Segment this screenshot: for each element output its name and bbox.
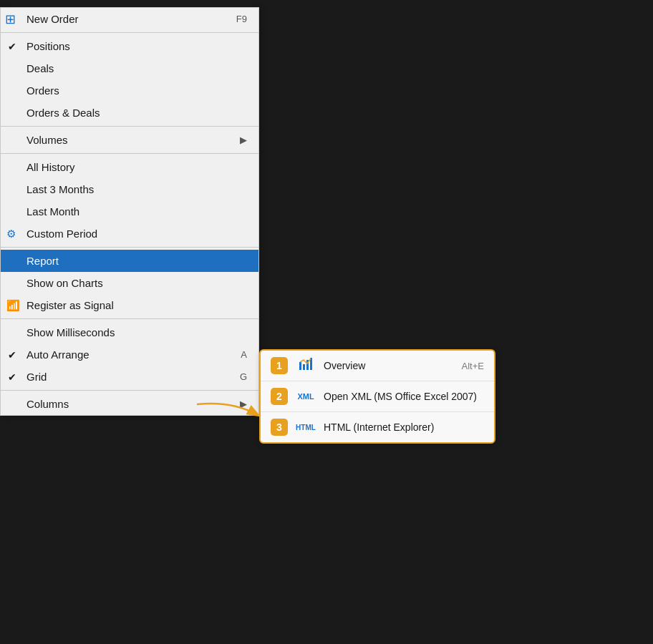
check-grid: ✔ [8, 371, 16, 383]
menu-item-columns[interactable]: Columns ▶ [1, 393, 258, 415]
xml-icon: XML [295, 392, 316, 401]
menu-shortcut-auto-arrange: A [241, 349, 247, 360]
menu-shortcut-new-order: F9 [236, 14, 247, 24]
check-positions: ✔ [8, 41, 16, 52]
menu-label-report: Report [26, 255, 59, 267]
menu-item-show-on-charts[interactable]: Show on Charts [1, 272, 258, 294]
menu-label-new-order: New Order [26, 13, 79, 25]
menu-item-auto-arrange[interactable]: ✔ Auto Arrange A [1, 343, 258, 366]
menu-item-new-order[interactable]: ⊞ New Order F9 [1, 8, 258, 30]
menu-item-volumes[interactable]: Volumes ▶ [1, 129, 258, 151]
html-icon: HTML [295, 424, 316, 431]
menu-label-show-milliseconds: Show Milliseconds [26, 326, 115, 338]
menu-label-deals: Deals [26, 62, 54, 74]
svg-rect-0 [299, 362, 301, 370]
submenu-item-html-ie[interactable]: 3 HTML HTML (Internet Explorer) [261, 412, 494, 442]
separator-4 [1, 247, 258, 248]
menu-label-register-as-signal: Register as Signal [26, 299, 114, 311]
submenu-label-open-xml: Open XML (MS Office Excel 2007) [324, 391, 484, 402]
check-auto-arrange: ✔ [8, 349, 16, 361]
menu-item-deals[interactable]: Deals [1, 57, 258, 79]
menu-label-columns: Columns [26, 398, 69, 410]
submenu-item-overview[interactable]: 1 Overview Alt+E [261, 351, 494, 381]
separator-1 [1, 32, 258, 33]
menu-item-all-history[interactable]: All History [1, 156, 258, 178]
menu-label-last-3-months: Last 3 Months [26, 183, 94, 195]
menu-item-custom-period[interactable]: ⚙ Custom Period [1, 223, 258, 245]
menu-shortcut-grid: G [240, 371, 247, 382]
menu-label-all-history: All History [26, 161, 75, 173]
submenu-badge-1: 1 [271, 357, 288, 374]
menu-label-grid: Grid [26, 371, 47, 383]
separator-2 [1, 126, 258, 127]
menu-item-report[interactable]: Report [1, 250, 258, 272]
submenu-item-open-xml[interactable]: 2 XML Open XML (MS Office Excel 2007) [261, 381, 494, 412]
menu-item-grid[interactable]: ✔ Grid G [1, 366, 258, 388]
gear-icon: ⚙ [6, 228, 16, 240]
menu-label-volumes: Volumes [26, 134, 68, 146]
submenu-label-html-ie: HTML (Internet Explorer) [324, 421, 484, 433]
menu-item-show-milliseconds[interactable]: Show Milliseconds [1, 321, 258, 343]
menu-label-show-on-charts: Show on Charts [26, 277, 103, 289]
menu-item-positions[interactable]: ✔ Positions [1, 35, 258, 57]
menu-label-orders-deals: Orders & Deals [26, 107, 100, 119]
submenu-badge-2: 2 [271, 388, 288, 405]
menu-item-orders-deals[interactable]: Orders & Deals [1, 102, 258, 124]
submenu-shortcut-overview: Alt+E [462, 361, 484, 371]
columns-arrow-icon: ▶ [240, 399, 247, 409]
context-menu: ⊞ New Order F9 ✔ Positions Deals Orders … [0, 7, 259, 416]
menu-label-orders: Orders [26, 84, 59, 97]
volumes-arrow-icon: ▶ [240, 135, 247, 145]
menu-item-register-as-signal[interactable]: 📶 Register as Signal [1, 294, 258, 316]
submenu-label-overview: Overview [324, 360, 455, 371]
submenu-badge-3: 3 [271, 419, 288, 436]
menu-item-orders[interactable]: Orders [1, 79, 258, 102]
menu-label-custom-period: Custom Period [26, 228, 97, 240]
menu-label-auto-arrange: Auto Arrange [26, 348, 90, 361]
separator-6 [1, 390, 258, 391]
menu-label-last-month: Last Month [26, 205, 79, 218]
submenu-panel: 1 Overview Alt+E 2 XML Open XML (MS Offi… [259, 349, 495, 444]
new-order-icon: ⊞ [5, 11, 16, 27]
separator-5 [1, 318, 258, 319]
menu-item-last-3-months[interactable]: Last 3 Months [1, 178, 258, 200]
signal-icon: 📶 [6, 299, 20, 312]
svg-rect-1 [303, 364, 305, 370]
menu-label-positions: Positions [26, 40, 70, 52]
overview-icon [295, 358, 316, 374]
menu-item-last-month[interactable]: Last Month [1, 200, 258, 223]
separator-3 [1, 153, 258, 154]
